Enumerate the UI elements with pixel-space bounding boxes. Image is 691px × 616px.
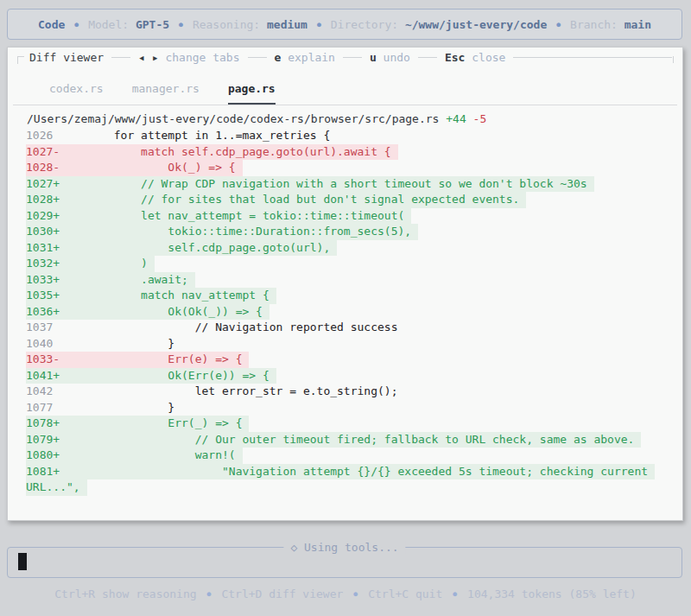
footer-hint-label: diff viewer (269, 587, 343, 600)
diff-row: 1036+ Ok(Ok(_)) => { (8, 304, 681, 321)
code-text: } (60, 337, 174, 350)
tab-codex.rs[interactable]: codex.rs (49, 82, 104, 105)
diff-row: 1035+ match nav_attempt { (8, 288, 681, 304)
diff-row: 1077 } (8, 400, 681, 416)
bullet-separator-icon: ● (353, 588, 358, 600)
line-number: 1040 (26, 337, 60, 350)
footer-hint-key: Ctrl+R (54, 587, 102, 600)
line-number: 1030+ (26, 225, 60, 238)
line-number: 1027- (26, 145, 60, 158)
line-number: 1028+ (26, 193, 60, 206)
line-number: 1032+ (26, 257, 60, 270)
code-text: Ok(Err(e)) => { (60, 369, 269, 382)
status-item-value: GPT-5 (136, 18, 169, 31)
code-text: Err(_) => { (60, 416, 242, 429)
line-number: 1031+ (26, 241, 60, 254)
status-item-value: medium (267, 18, 307, 31)
line-number: 1042 (26, 384, 60, 397)
status-item-label: Reasoning: (193, 18, 267, 31)
status-item: Reasoning: medium (193, 18, 307, 31)
diff-viewer-panel: Diff viewer◂ ▸ change tabse explainu und… (7, 47, 683, 521)
hint-key: Esc (445, 51, 472, 64)
diff-row: 1027+ // Wrap CDP navigation with a shor… (8, 176, 681, 193)
code-text: // Navigation reported success (60, 321, 397, 333)
code-text: let error_str = e.to_string(); (60, 384, 397, 397)
footer-hint-label: show reasoning (102, 587, 197, 600)
hint-explain[interactable]: e explain (275, 51, 335, 64)
bullet-separator-icon: ● (179, 19, 183, 30)
line-number: 1036+ (26, 305, 60, 318)
bullet-separator-icon: ● (556, 19, 561, 30)
bullet-separator-icon: ● (453, 588, 457, 600)
line-number: 1081+ (26, 465, 60, 478)
code-text: self.cdp_page.goto(url), (60, 241, 330, 254)
diff-row: 1027- match self.cdp_page.goto(url).awai… (8, 144, 681, 161)
hint-label: close (472, 51, 505, 64)
diff-row: 1078+ Err(_) => { (8, 416, 681, 432)
line-number: 1037 (26, 321, 60, 333)
composer-input[interactable]: ◇ Using tools... (7, 547, 682, 578)
line-number: 1027+ (26, 177, 60, 190)
diff-row: 1033- Err(e) => { (8, 352, 681, 368)
footer-hint-quit: Ctrl+C quit (368, 587, 442, 600)
hint-label: explain (288, 51, 335, 64)
code-text: // for sites that load but don't signal … (60, 193, 519, 206)
code-text: // Our outer timeout fired; fallback to … (60, 433, 634, 446)
diff-row: 1042 let error_str = e.to_string(); (8, 384, 681, 400)
tab-page.rs[interactable]: page.rs (228, 82, 276, 105)
line-number: 1078+ (26, 416, 60, 429)
code-text: tokio::time::Duration::from_secs(5), (60, 225, 411, 238)
tab-manager.rs[interactable]: manager.rs (132, 82, 200, 105)
diff-row: 1079+ // Our outer timeout fired; fallba… (8, 432, 681, 448)
code-text: let nav_attempt = tokio::time::timeout( (60, 209, 404, 222)
line-number: 1041+ (26, 369, 60, 382)
status-item: Model: GPT-5 (88, 18, 169, 31)
code-text: match self.cdp_page.goto(url).await { (60, 145, 391, 158)
line-number: 1033- (26, 352, 60, 365)
footer-hint-show-reasoning: Ctrl+R show reasoning (54, 587, 196, 600)
footer-hints: Ctrl+R show reasoning●Ctrl+D diff viewer… (0, 587, 691, 600)
status-item-value: main (624, 18, 651, 31)
bullet-separator-icon: ● (207, 588, 212, 600)
line-number: 1033+ (26, 273, 60, 286)
terminal-screen: Code●Model: GPT-5●Reasoning: medium●Dire… (0, 0, 691, 616)
hint-undo[interactable]: u undo (370, 51, 410, 64)
box-corner-left (17, 56, 24, 64)
dash-separator (418, 57, 437, 58)
change-tabs-arrows-icon: ◂ ▸ (138, 51, 165, 64)
diff-row: 1029+ let nav_attempt = tokio::time::tim… (8, 208, 681, 225)
line-number: 1080+ (26, 448, 60, 461)
diff-viewer-header: Diff viewer◂ ▸ change tabse explainu und… (17, 50, 674, 64)
hint-key: e (275, 51, 288, 64)
hint-change-tabs[interactable]: ◂ ▸ change tabs (138, 51, 239, 64)
hint-close[interactable]: Esc close (445, 51, 505, 64)
code-text: ) (60, 257, 148, 270)
dash-separator (343, 57, 362, 58)
line-number: 1029+ (26, 209, 60, 222)
diff-row: 1080+ warn!( (8, 448, 681, 464)
diff-scroll-area[interactable]: 1026 for attempt in 1..=max_retries {102… (8, 128, 681, 496)
box-corner-right (672, 56, 674, 63)
status-item-value: ~/www/just-every/code (405, 18, 547, 31)
diff-row: 1030+ tokio::time::Duration::from_secs(5… (8, 224, 681, 240)
line-number: 1028- (26, 161, 60, 174)
code-text: for attempt in 1..=max_retries { (60, 129, 330, 142)
bullet-separator-icon: ● (74, 19, 79, 30)
footer-hint-diff-viewer: Ctrl+D diff viewer (221, 587, 343, 600)
line-number: 1026 (26, 129, 60, 142)
footer-hint-key: Ctrl+D (221, 587, 269, 600)
code-text: Ok(Ok(_)) => { (60, 305, 263, 318)
status-item-label: Branch: (570, 18, 624, 31)
file-path: /Users/zemaj/www/just-every/code/codex-r… (27, 112, 439, 125)
code-text: Ok(_) => { (60, 161, 236, 174)
diff-row: 1081+ "Navigation attempt {}/{} exceeded… (8, 464, 681, 480)
code-text: warn!( (60, 448, 236, 461)
dash-line (513, 57, 672, 58)
bullet-separator-icon: ● (317, 19, 321, 30)
dash-separator (248, 57, 267, 58)
footer-hint-label: quit (415, 587, 442, 600)
diff-row: 1031+ self.cdp_page.goto(url), (8, 240, 681, 257)
additions-count: +44 (446, 112, 466, 125)
status-label: ◇ Using tools... (283, 541, 405, 554)
code-text: match nav_attempt { (60, 289, 269, 302)
